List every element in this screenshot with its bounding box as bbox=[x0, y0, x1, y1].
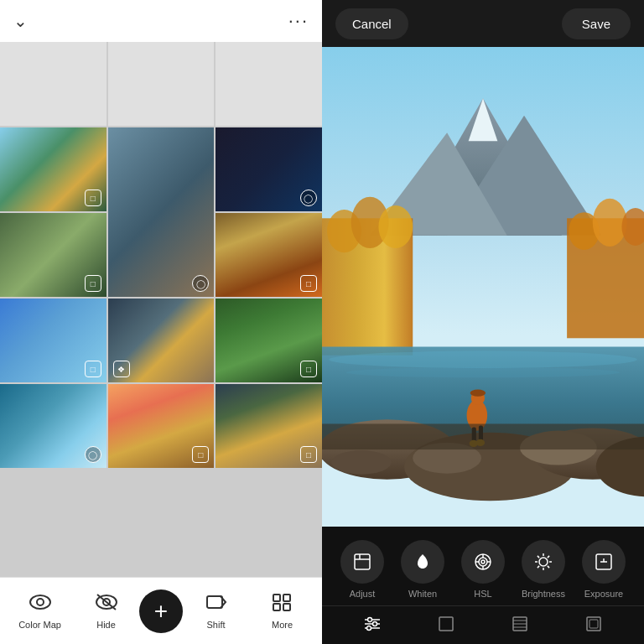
color-map-label: Color Map bbox=[18, 620, 61, 630]
adjust-label: Adjust bbox=[350, 589, 376, 599]
svg-line-58 bbox=[548, 556, 549, 558]
eye-off-icon bbox=[96, 593, 117, 616]
grid-cell[interactable] bbox=[0, 42, 106, 126]
shift-button[interactable]: Shift bbox=[183, 593, 249, 630]
svg-point-1 bbox=[37, 599, 44, 605]
grid-cell[interactable]: □ bbox=[108, 384, 215, 468]
color-map-button[interactable]: Color Map bbox=[7, 593, 73, 630]
right-panel: Cancel Save bbox=[322, 0, 644, 644]
hide-button[interactable]: Hide bbox=[73, 593, 139, 630]
svg-rect-75 bbox=[589, 620, 598, 628]
svg-point-25 bbox=[346, 367, 621, 377]
svg-point-45 bbox=[479, 558, 487, 566]
instagram-icon: □ bbox=[85, 190, 101, 206]
grid-cell[interactable]: □ bbox=[216, 213, 322, 297]
instagram-icon: □ bbox=[192, 446, 209, 463]
frame-control[interactable] bbox=[578, 611, 610, 641]
svg-point-67 bbox=[373, 622, 377, 626]
tools-row: Adjust Whiten bbox=[322, 533, 644, 605]
grid-cell[interactable]: ◯ bbox=[0, 384, 106, 468]
svg-line-56 bbox=[538, 556, 539, 558]
hsl-tool[interactable]: HSL bbox=[453, 540, 513, 599]
svg-rect-41 bbox=[355, 554, 370, 569]
hide-label: Hide bbox=[96, 620, 116, 630]
grid-cell[interactable]: □ bbox=[0, 299, 106, 382]
instagram-icon: □ bbox=[85, 361, 101, 377]
hsl-label: HSL bbox=[474, 589, 491, 599]
grid-cell[interactable]: □ bbox=[0, 213, 106, 297]
more-label: More bbox=[272, 620, 293, 630]
adjust-tool[interactable]: Adjust bbox=[332, 540, 392, 599]
more-button[interactable]: More bbox=[249, 593, 315, 630]
whiten-icon bbox=[401, 540, 444, 584]
left-bottom-bar: Color Map Hide + Shift bbox=[0, 577, 322, 644]
svg-point-66 bbox=[368, 618, 372, 622]
shift-label: Shift bbox=[206, 620, 225, 630]
bookmark-icon: ❖ bbox=[113, 361, 130, 377]
grid-cell[interactable] bbox=[216, 42, 322, 126]
svg-point-0 bbox=[30, 595, 50, 609]
grid-cell[interactable]: ◯ bbox=[216, 127, 322, 211]
svg-point-24 bbox=[329, 351, 637, 368]
instagram-icon: □ bbox=[300, 446, 317, 463]
svg-rect-5 bbox=[207, 596, 222, 608]
chevron-down-icon[interactable]: ⌄ bbox=[13, 11, 28, 31]
right-header: Cancel Save bbox=[322, 0, 644, 47]
svg-rect-7 bbox=[283, 595, 290, 601]
shift-icon bbox=[205, 593, 227, 616]
left-header: ⌄ ··· bbox=[0, 0, 322, 42]
svg-line-57 bbox=[548, 566, 549, 568]
svg-point-46 bbox=[481, 560, 485, 564]
svg-rect-74 bbox=[587, 617, 600, 631]
bottom-controls bbox=[322, 605, 644, 644]
stories-icon: ◯ bbox=[300, 190, 317, 206]
main-photo bbox=[322, 47, 644, 527]
grid-icon bbox=[272, 593, 293, 616]
instagram-icon: □ bbox=[300, 361, 317, 377]
hsl-icon bbox=[461, 540, 505, 584]
svg-rect-6 bbox=[273, 595, 280, 601]
exposure-label: Exposure bbox=[584, 589, 623, 599]
svg-point-21 bbox=[593, 199, 627, 247]
instagram-icon: □ bbox=[300, 275, 317, 292]
brightness-label: Brightness bbox=[522, 589, 565, 599]
whiten-tool[interactable]: Whiten bbox=[392, 540, 453, 599]
texture-control[interactable] bbox=[504, 611, 536, 641]
save-button[interactable]: Save bbox=[562, 8, 631, 39]
more-options-icon[interactable]: ··· bbox=[288, 10, 309, 32]
right-tools: Adjust Whiten bbox=[322, 527, 644, 644]
plus-icon: + bbox=[154, 598, 168, 625]
eye-icon bbox=[29, 593, 51, 616]
grid-cell[interactable]: ◯ bbox=[108, 127, 215, 297]
brightness-tool[interactable]: Brightness bbox=[513, 540, 574, 599]
svg-point-32 bbox=[331, 450, 392, 475]
grid-cell[interactable]: □ bbox=[0, 127, 106, 211]
brightness-icon bbox=[522, 540, 565, 584]
grid-cell[interactable] bbox=[108, 42, 215, 126]
adjust-icon bbox=[340, 540, 384, 584]
photo-grid: □ ◯ ◯ □ □ □ ❖ □ bbox=[0, 42, 322, 577]
crop-control[interactable] bbox=[430, 611, 462, 641]
svg-point-39 bbox=[470, 390, 486, 397]
svg-rect-9 bbox=[283, 604, 290, 610]
exposure-tool[interactable]: Exposure bbox=[574, 540, 634, 599]
sliders-control[interactable] bbox=[356, 611, 388, 641]
left-panel: ⌄ ··· □ ◯ ◯ □ □ bbox=[0, 0, 322, 644]
stories-icon: ◯ bbox=[85, 446, 101, 463]
grid-cell[interactable]: ❖ bbox=[108, 299, 215, 382]
svg-line-59 bbox=[538, 566, 539, 568]
add-button[interactable]: + bbox=[139, 589, 183, 633]
whiten-label: Whiten bbox=[408, 589, 437, 599]
grid-cell[interactable]: □ bbox=[216, 384, 322, 468]
grid-cell[interactable]: □ bbox=[216, 299, 322, 382]
exposure-icon bbox=[582, 540, 626, 584]
svg-point-18 bbox=[378, 205, 413, 248]
svg-point-51 bbox=[539, 558, 548, 566]
svg-rect-69 bbox=[439, 617, 453, 631]
svg-rect-8 bbox=[273, 604, 280, 610]
instagram-icon: □ bbox=[85, 275, 101, 292]
svg-point-68 bbox=[367, 626, 371, 631]
cancel-button[interactable]: Cancel bbox=[335, 8, 408, 39]
svg-rect-40 bbox=[322, 423, 644, 449]
